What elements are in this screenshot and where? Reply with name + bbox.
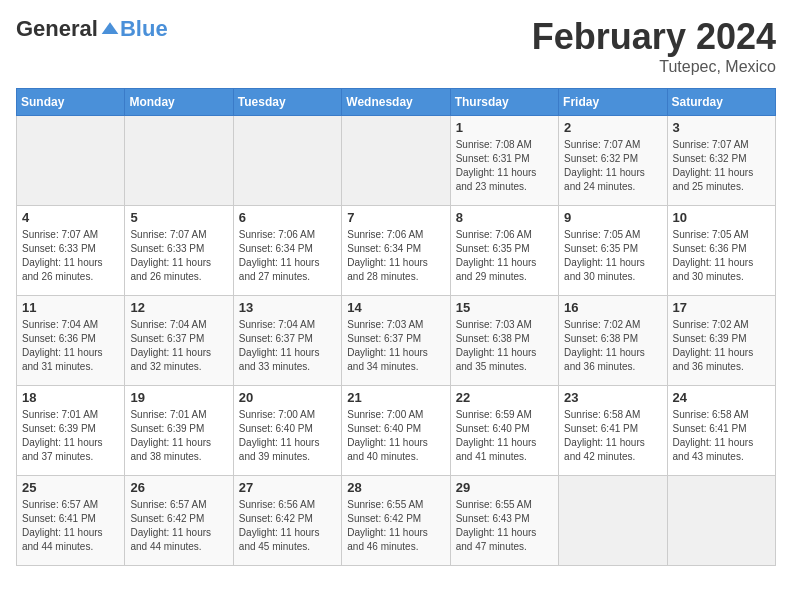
calendar-cell: 27Sunrise: 6:56 AM Sunset: 6:42 PM Dayli… bbox=[233, 476, 341, 566]
logo: General Blue bbox=[16, 16, 168, 42]
day-info: Sunrise: 7:06 AM Sunset: 6:35 PM Dayligh… bbox=[456, 228, 553, 284]
day-info: Sunrise: 6:58 AM Sunset: 6:41 PM Dayligh… bbox=[673, 408, 770, 464]
weekday-header-row: SundayMondayTuesdayWednesdayThursdayFrid… bbox=[17, 89, 776, 116]
day-number: 14 bbox=[347, 300, 444, 315]
calendar-cell: 2Sunrise: 7:07 AM Sunset: 6:32 PM Daylig… bbox=[559, 116, 667, 206]
calendar-cell: 20Sunrise: 7:00 AM Sunset: 6:40 PM Dayli… bbox=[233, 386, 341, 476]
calendar-cell: 1Sunrise: 7:08 AM Sunset: 6:31 PM Daylig… bbox=[450, 116, 558, 206]
calendar-cell: 6Sunrise: 7:06 AM Sunset: 6:34 PM Daylig… bbox=[233, 206, 341, 296]
day-info: Sunrise: 7:00 AM Sunset: 6:40 PM Dayligh… bbox=[347, 408, 444, 464]
weekday-header-wednesday: Wednesday bbox=[342, 89, 450, 116]
day-number: 15 bbox=[456, 300, 553, 315]
day-info: Sunrise: 6:55 AM Sunset: 6:42 PM Dayligh… bbox=[347, 498, 444, 554]
title-block: February 2024 Tutepec, Mexico bbox=[532, 16, 776, 76]
day-info: Sunrise: 7:06 AM Sunset: 6:34 PM Dayligh… bbox=[239, 228, 336, 284]
logo-blue: Blue bbox=[120, 16, 168, 42]
day-info: Sunrise: 7:01 AM Sunset: 6:39 PM Dayligh… bbox=[130, 408, 227, 464]
calendar-cell: 25Sunrise: 6:57 AM Sunset: 6:41 PM Dayli… bbox=[17, 476, 125, 566]
calendar-cell: 14Sunrise: 7:03 AM Sunset: 6:37 PM Dayli… bbox=[342, 296, 450, 386]
calendar-location: Tutepec, Mexico bbox=[532, 58, 776, 76]
day-number: 23 bbox=[564, 390, 661, 405]
calendar-week-row: 25Sunrise: 6:57 AM Sunset: 6:41 PM Dayli… bbox=[17, 476, 776, 566]
day-number: 29 bbox=[456, 480, 553, 495]
day-number: 22 bbox=[456, 390, 553, 405]
calendar-cell: 16Sunrise: 7:02 AM Sunset: 6:38 PM Dayli… bbox=[559, 296, 667, 386]
calendar-cell: 22Sunrise: 6:59 AM Sunset: 6:40 PM Dayli… bbox=[450, 386, 558, 476]
day-number: 10 bbox=[673, 210, 770, 225]
day-info: Sunrise: 6:57 AM Sunset: 6:42 PM Dayligh… bbox=[130, 498, 227, 554]
calendar-cell: 8Sunrise: 7:06 AM Sunset: 6:35 PM Daylig… bbox=[450, 206, 558, 296]
calendar-cell bbox=[559, 476, 667, 566]
day-info: Sunrise: 7:02 AM Sunset: 6:38 PM Dayligh… bbox=[564, 318, 661, 374]
calendar-cell: 15Sunrise: 7:03 AM Sunset: 6:38 PM Dayli… bbox=[450, 296, 558, 386]
calendar-cell bbox=[667, 476, 775, 566]
day-number: 13 bbox=[239, 300, 336, 315]
calendar-week-row: 4Sunrise: 7:07 AM Sunset: 6:33 PM Daylig… bbox=[17, 206, 776, 296]
day-number: 26 bbox=[130, 480, 227, 495]
day-info: Sunrise: 6:57 AM Sunset: 6:41 PM Dayligh… bbox=[22, 498, 119, 554]
day-info: Sunrise: 7:07 AM Sunset: 6:32 PM Dayligh… bbox=[564, 138, 661, 194]
page-header: General Blue February 2024 Tutepec, Mexi… bbox=[16, 16, 776, 76]
day-number: 21 bbox=[347, 390, 444, 405]
day-info: Sunrise: 7:06 AM Sunset: 6:34 PM Dayligh… bbox=[347, 228, 444, 284]
calendar-cell: 21Sunrise: 7:00 AM Sunset: 6:40 PM Dayli… bbox=[342, 386, 450, 476]
calendar-cell: 23Sunrise: 6:58 AM Sunset: 6:41 PM Dayli… bbox=[559, 386, 667, 476]
weekday-header-tuesday: Tuesday bbox=[233, 89, 341, 116]
calendar-cell: 28Sunrise: 6:55 AM Sunset: 6:42 PM Dayli… bbox=[342, 476, 450, 566]
day-number: 5 bbox=[130, 210, 227, 225]
calendar-cell: 9Sunrise: 7:05 AM Sunset: 6:35 PM Daylig… bbox=[559, 206, 667, 296]
calendar-cell: 17Sunrise: 7:02 AM Sunset: 6:39 PM Dayli… bbox=[667, 296, 775, 386]
calendar-cell: 10Sunrise: 7:05 AM Sunset: 6:36 PM Dayli… bbox=[667, 206, 775, 296]
calendar-cell: 13Sunrise: 7:04 AM Sunset: 6:37 PM Dayli… bbox=[233, 296, 341, 386]
calendar-cell: 19Sunrise: 7:01 AM Sunset: 6:39 PM Dayli… bbox=[125, 386, 233, 476]
day-info: Sunrise: 6:59 AM Sunset: 6:40 PM Dayligh… bbox=[456, 408, 553, 464]
calendar-week-row: 1Sunrise: 7:08 AM Sunset: 6:31 PM Daylig… bbox=[17, 116, 776, 206]
weekday-header-saturday: Saturday bbox=[667, 89, 775, 116]
day-info: Sunrise: 6:58 AM Sunset: 6:41 PM Dayligh… bbox=[564, 408, 661, 464]
svg-marker-0 bbox=[102, 22, 119, 34]
day-info: Sunrise: 7:03 AM Sunset: 6:38 PM Dayligh… bbox=[456, 318, 553, 374]
calendar-cell: 26Sunrise: 6:57 AM Sunset: 6:42 PM Dayli… bbox=[125, 476, 233, 566]
weekday-header-thursday: Thursday bbox=[450, 89, 558, 116]
day-info: Sunrise: 7:07 AM Sunset: 6:33 PM Dayligh… bbox=[22, 228, 119, 284]
day-info: Sunrise: 7:04 AM Sunset: 6:36 PM Dayligh… bbox=[22, 318, 119, 374]
day-info: Sunrise: 7:01 AM Sunset: 6:39 PM Dayligh… bbox=[22, 408, 119, 464]
day-number: 18 bbox=[22, 390, 119, 405]
calendar-cell: 11Sunrise: 7:04 AM Sunset: 6:36 PM Dayli… bbox=[17, 296, 125, 386]
logo-icon bbox=[100, 19, 120, 39]
calendar-cell: 4Sunrise: 7:07 AM Sunset: 6:33 PM Daylig… bbox=[17, 206, 125, 296]
day-number: 12 bbox=[130, 300, 227, 315]
day-number: 2 bbox=[564, 120, 661, 135]
day-info: Sunrise: 7:02 AM Sunset: 6:39 PM Dayligh… bbox=[673, 318, 770, 374]
calendar-cell bbox=[342, 116, 450, 206]
calendar-cell: 3Sunrise: 7:07 AM Sunset: 6:32 PM Daylig… bbox=[667, 116, 775, 206]
day-info: Sunrise: 7:07 AM Sunset: 6:32 PM Dayligh… bbox=[673, 138, 770, 194]
logo-general: General bbox=[16, 16, 98, 42]
day-info: Sunrise: 7:05 AM Sunset: 6:35 PM Dayligh… bbox=[564, 228, 661, 284]
weekday-header-friday: Friday bbox=[559, 89, 667, 116]
day-info: Sunrise: 7:05 AM Sunset: 6:36 PM Dayligh… bbox=[673, 228, 770, 284]
calendar-title: February 2024 bbox=[532, 16, 776, 58]
day-info: Sunrise: 7:00 AM Sunset: 6:40 PM Dayligh… bbox=[239, 408, 336, 464]
calendar-cell: 24Sunrise: 6:58 AM Sunset: 6:41 PM Dayli… bbox=[667, 386, 775, 476]
weekday-header-monday: Monday bbox=[125, 89, 233, 116]
calendar-week-row: 11Sunrise: 7:04 AM Sunset: 6:36 PM Dayli… bbox=[17, 296, 776, 386]
day-number: 11 bbox=[22, 300, 119, 315]
day-number: 16 bbox=[564, 300, 661, 315]
day-number: 20 bbox=[239, 390, 336, 405]
calendar-cell: 7Sunrise: 7:06 AM Sunset: 6:34 PM Daylig… bbox=[342, 206, 450, 296]
calendar-cell: 29Sunrise: 6:55 AM Sunset: 6:43 PM Dayli… bbox=[450, 476, 558, 566]
day-info: Sunrise: 6:55 AM Sunset: 6:43 PM Dayligh… bbox=[456, 498, 553, 554]
calendar-cell: 5Sunrise: 7:07 AM Sunset: 6:33 PM Daylig… bbox=[125, 206, 233, 296]
calendar-cell: 12Sunrise: 7:04 AM Sunset: 6:37 PM Dayli… bbox=[125, 296, 233, 386]
calendar-cell bbox=[125, 116, 233, 206]
calendar-cell bbox=[233, 116, 341, 206]
day-number: 1 bbox=[456, 120, 553, 135]
calendar-week-row: 18Sunrise: 7:01 AM Sunset: 6:39 PM Dayli… bbox=[17, 386, 776, 476]
day-number: 8 bbox=[456, 210, 553, 225]
day-number: 19 bbox=[130, 390, 227, 405]
day-number: 9 bbox=[564, 210, 661, 225]
day-info: Sunrise: 7:03 AM Sunset: 6:37 PM Dayligh… bbox=[347, 318, 444, 374]
day-number: 3 bbox=[673, 120, 770, 135]
day-number: 28 bbox=[347, 480, 444, 495]
